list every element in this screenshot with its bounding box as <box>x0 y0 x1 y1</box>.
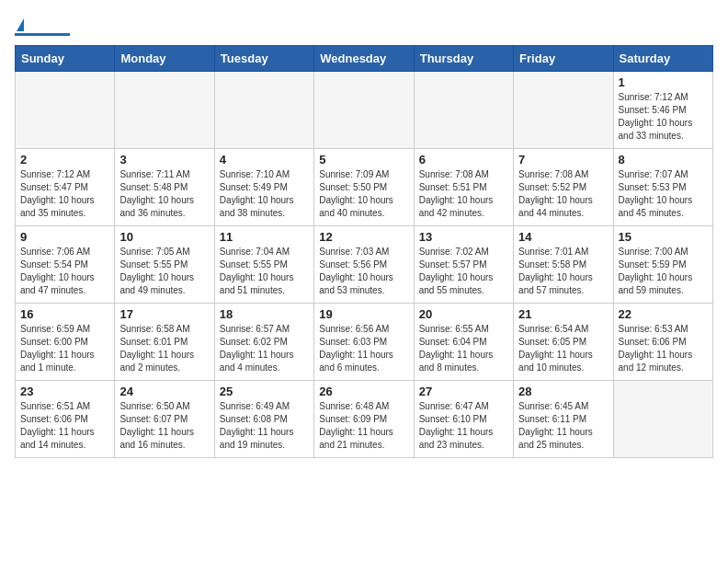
col-header-friday: Friday <box>514 46 613 72</box>
calendar-cell: 26Sunrise: 6:48 AM Sunset: 6:09 PM Dayli… <box>314 381 414 458</box>
day-number: 27 <box>419 385 508 398</box>
day-number: 23 <box>20 385 109 398</box>
day-info: Sunrise: 7:06 AM Sunset: 5:54 PM Dayligh… <box>20 246 109 297</box>
calendar-cell <box>16 72 115 149</box>
calendar-cell: 24Sunrise: 6:50 AM Sunset: 6:07 PM Dayli… <box>115 381 214 458</box>
day-number: 20 <box>419 307 508 321</box>
day-info: Sunrise: 7:02 AM Sunset: 5:57 PM Dayligh… <box>419 246 508 297</box>
col-header-wednesday: Wednesday <box>314 46 414 72</box>
calendar-week-row: 9Sunrise: 7:06 AM Sunset: 5:54 PM Daylig… <box>16 226 713 304</box>
day-number: 4 <box>220 153 309 167</box>
day-number: 3 <box>119 153 209 167</box>
day-number: 26 <box>319 385 408 398</box>
calendar-table: SundayMondayTuesdayWednesdayThursdayFrid… <box>15 45 713 458</box>
calendar-header-row: SundayMondayTuesdayWednesdayThursdayFrid… <box>16 46 713 72</box>
day-info: Sunrise: 6:48 AM Sunset: 6:09 PM Dayligh… <box>319 400 408 452</box>
calendar-cell: 16Sunrise: 6:59 AM Sunset: 6:00 PM Dayli… <box>16 304 115 381</box>
day-number: 24 <box>119 385 209 398</box>
calendar-cell: 14Sunrise: 7:01 AM Sunset: 5:58 PM Dayli… <box>514 226 613 304</box>
day-number: 15 <box>619 230 708 244</box>
day-info: Sunrise: 7:04 AM Sunset: 5:55 PM Dayligh… <box>220 246 309 297</box>
day-info: Sunrise: 6:57 AM Sunset: 6:02 PM Dayligh… <box>220 323 309 374</box>
calendar-cell: 15Sunrise: 7:00 AM Sunset: 5:59 PM Dayli… <box>613 226 712 304</box>
day-number: 10 <box>119 230 209 244</box>
logo-triangle-icon <box>17 18 24 31</box>
calendar-cell <box>414 72 513 149</box>
day-info: Sunrise: 7:08 AM Sunset: 5:52 PM Dayligh… <box>518 168 608 220</box>
day-info: Sunrise: 6:49 AM Sunset: 6:08 PM Dayligh… <box>220 400 309 452</box>
calendar-cell: 28Sunrise: 6:45 AM Sunset: 6:11 PM Dayli… <box>514 381 613 458</box>
calendar-cell: 20Sunrise: 6:55 AM Sunset: 6:04 PM Dayli… <box>414 304 513 381</box>
calendar-cell: 2Sunrise: 7:12 AM Sunset: 5:47 PM Daylig… <box>16 149 115 226</box>
logo <box>15 18 70 36</box>
calendar-cell: 25Sunrise: 6:49 AM Sunset: 6:08 PM Dayli… <box>214 381 313 458</box>
day-info: Sunrise: 6:47 AM Sunset: 6:10 PM Dayligh… <box>419 400 508 452</box>
day-number: 9 <box>20 230 109 244</box>
calendar-cell: 1Sunrise: 7:12 AM Sunset: 5:46 PM Daylig… <box>613 72 712 149</box>
day-info: Sunrise: 6:59 AM Sunset: 6:00 PM Dayligh… <box>20 323 109 374</box>
day-info: Sunrise: 6:55 AM Sunset: 6:04 PM Dayligh… <box>419 323 508 374</box>
day-info: Sunrise: 6:58 AM Sunset: 6:01 PM Dayligh… <box>119 323 209 374</box>
day-info: Sunrise: 7:00 AM Sunset: 5:59 PM Dayligh… <box>619 246 708 297</box>
day-info: Sunrise: 6:45 AM Sunset: 6:11 PM Dayligh… <box>518 400 608 452</box>
calendar-cell <box>214 72 313 149</box>
day-info: Sunrise: 6:56 AM Sunset: 6:03 PM Dayligh… <box>319 323 408 374</box>
day-number: 5 <box>319 153 408 167</box>
day-info: Sunrise: 7:11 AM Sunset: 5:48 PM Dayligh… <box>119 168 209 220</box>
calendar-week-row: 23Sunrise: 6:51 AM Sunset: 6:06 PM Dayli… <box>16 381 713 458</box>
day-number: 21 <box>518 307 608 321</box>
calendar-cell: 10Sunrise: 7:05 AM Sunset: 5:55 PM Dayli… <box>115 226 214 304</box>
day-number: 19 <box>319 307 408 321</box>
day-number: 25 <box>220 385 309 398</box>
day-number: 16 <box>20 307 109 321</box>
calendar-week-row: 16Sunrise: 6:59 AM Sunset: 6:00 PM Dayli… <box>16 304 713 381</box>
calendar-cell: 13Sunrise: 7:02 AM Sunset: 5:57 PM Dayli… <box>414 226 513 304</box>
calendar-cell: 9Sunrise: 7:06 AM Sunset: 5:54 PM Daylig… <box>16 226 115 304</box>
day-info: Sunrise: 6:50 AM Sunset: 6:07 PM Dayligh… <box>119 400 209 452</box>
day-number: 7 <box>518 153 608 167</box>
day-number: 22 <box>619 307 708 321</box>
calendar-cell <box>115 72 214 149</box>
calendar-cell: 5Sunrise: 7:09 AM Sunset: 5:50 PM Daylig… <box>314 149 414 226</box>
day-info: Sunrise: 7:08 AM Sunset: 5:51 PM Dayligh… <box>419 168 508 220</box>
calendar-cell: 3Sunrise: 7:11 AM Sunset: 5:48 PM Daylig… <box>115 149 214 226</box>
calendar-cell: 23Sunrise: 6:51 AM Sunset: 6:06 PM Dayli… <box>16 381 115 458</box>
day-info: Sunrise: 7:12 AM Sunset: 5:46 PM Dayligh… <box>619 91 708 143</box>
calendar-cell <box>314 72 414 149</box>
col-header-saturday: Saturday <box>613 46 712 72</box>
day-info: Sunrise: 6:53 AM Sunset: 6:06 PM Dayligh… <box>619 323 708 374</box>
day-number: 17 <box>119 307 209 321</box>
day-info: Sunrise: 7:12 AM Sunset: 5:47 PM Dayligh… <box>20 168 109 220</box>
calendar-cell: 18Sunrise: 6:57 AM Sunset: 6:02 PM Dayli… <box>214 304 313 381</box>
day-info: Sunrise: 7:07 AM Sunset: 5:53 PM Dayligh… <box>619 168 708 220</box>
calendar-cell: 19Sunrise: 6:56 AM Sunset: 6:03 PM Dayli… <box>314 304 414 381</box>
day-info: Sunrise: 7:03 AM Sunset: 5:56 PM Dayligh… <box>319 246 408 297</box>
day-number: 6 <box>419 153 508 167</box>
calendar-cell: 7Sunrise: 7:08 AM Sunset: 5:52 PM Daylig… <box>514 149 613 226</box>
calendar-cell: 17Sunrise: 6:58 AM Sunset: 6:01 PM Dayli… <box>115 304 214 381</box>
day-info: Sunrise: 7:10 AM Sunset: 5:49 PM Dayligh… <box>220 168 309 220</box>
calendar-cell: 6Sunrise: 7:08 AM Sunset: 5:51 PM Daylig… <box>414 149 513 226</box>
calendar-cell <box>613 381 712 458</box>
calendar-cell: 11Sunrise: 7:04 AM Sunset: 5:55 PM Dayli… <box>214 226 313 304</box>
calendar-week-row: 2Sunrise: 7:12 AM Sunset: 5:47 PM Daylig… <box>16 149 713 226</box>
day-number: 12 <box>319 230 408 244</box>
calendar-cell: 8Sunrise: 7:07 AM Sunset: 5:53 PM Daylig… <box>613 149 712 226</box>
calendar-cell <box>514 72 613 149</box>
col-header-monday: Monday <box>115 46 214 72</box>
col-header-sunday: Sunday <box>16 46 115 72</box>
day-number: 8 <box>619 153 708 167</box>
day-number: 18 <box>220 307 309 321</box>
day-number: 1 <box>619 75 708 89</box>
day-number: 13 <box>419 230 508 244</box>
day-info: Sunrise: 6:51 AM Sunset: 6:06 PM Dayligh… <box>20 400 109 452</box>
calendar-cell: 12Sunrise: 7:03 AM Sunset: 5:56 PM Dayli… <box>314 226 414 304</box>
day-number: 2 <box>20 153 109 167</box>
logo-underline <box>15 33 70 36</box>
calendar-cell: 27Sunrise: 6:47 AM Sunset: 6:10 PM Dayli… <box>414 381 513 458</box>
calendar-cell: 22Sunrise: 6:53 AM Sunset: 6:06 PM Dayli… <box>613 304 712 381</box>
calendar-cell: 21Sunrise: 6:54 AM Sunset: 6:05 PM Dayli… <box>514 304 613 381</box>
day-number: 11 <box>220 230 309 244</box>
day-info: Sunrise: 7:01 AM Sunset: 5:58 PM Dayligh… <box>518 246 608 297</box>
col-header-thursday: Thursday <box>414 46 513 72</box>
